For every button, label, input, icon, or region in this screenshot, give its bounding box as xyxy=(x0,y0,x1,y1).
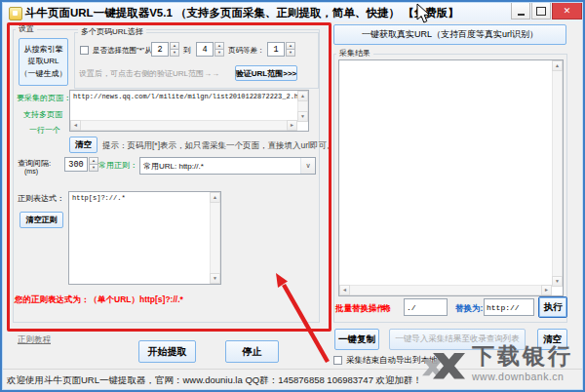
step-label: 页码等差： xyxy=(228,46,265,55)
import-results-button[interactable]: 一键导入采集结果至收录查询列表 xyxy=(389,329,526,350)
vertical-scrollbar[interactable] xyxy=(210,192,220,284)
vertical-scrollbar[interactable] xyxy=(552,60,563,287)
page-step-spinner: ▲ ▼ xyxy=(267,42,295,57)
status-bar: 欢迎使用斗牛页面URL一键提取器，官网：www.douniu.la QQ群：14… xyxy=(2,369,583,390)
preset-regex-select[interactable]: 常用URL: http://.* ∨ xyxy=(139,157,316,175)
preset-regex-label: 常用正则： xyxy=(98,161,137,171)
minimize-icon xyxy=(518,14,525,16)
pages-label-3: 一行一个 xyxy=(29,126,60,136)
copy-all-button[interactable]: 一键复制 xyxy=(334,329,379,350)
range-checkbox[interactable] xyxy=(80,46,89,55)
scroll-down-icon[interactable]: ▼ xyxy=(297,111,308,122)
page-step-input[interactable] xyxy=(267,42,285,57)
pages-hint: 提示：页码用[*]表示，如只需采集一个页面，直接填入url即可。 xyxy=(102,140,334,150)
maximize-icon xyxy=(536,7,546,16)
scroll-right-icon[interactable]: ► xyxy=(287,120,297,131)
start-extract-button[interactable]: 开始提取 xyxy=(138,340,196,363)
window-title: 斗牛页面URL一键提取器V5.1 （支持多页面采集、正则提取，简单、快捷） 【免… xyxy=(25,6,459,20)
spin-down-icon[interactable]: ▼ xyxy=(214,49,224,57)
close-button[interactable]: ✕ xyxy=(552,2,582,20)
settings-group-label: 设置 xyxy=(16,23,37,34)
page-to-spinner: ▲ ▼ xyxy=(196,42,224,57)
interval-input[interactable] xyxy=(64,157,88,172)
regex-tutorial-link[interactable]: 正则教程 xyxy=(18,334,51,344)
page-range-group-label: 多个页码URL选择 xyxy=(78,26,146,37)
combo-arrow-icon[interactable]: ∨ xyxy=(300,158,315,174)
scroll-left-icon[interactable]: ◄ xyxy=(339,285,350,295)
interval-unit-label: (ms) xyxy=(24,168,38,176)
replace-to-label: 替换为: xyxy=(455,303,483,313)
pages-label-2: 支持多页面 xyxy=(23,110,62,120)
get-real-url-button[interactable]: 一键获取真实URL（支持百度等真实url识别） xyxy=(333,24,566,45)
verify-hint: 设置后，可点击右侧的验证URL范围→→ xyxy=(79,69,219,79)
maximize-button[interactable] xyxy=(531,2,551,20)
replace-from-label: 将 xyxy=(382,303,391,313)
pages-label: 要采集的页面： xyxy=(17,94,71,103)
replace-to-input[interactable] xyxy=(484,298,534,316)
results-group-label: 采集结果 xyxy=(336,48,373,59)
scroll-up-icon[interactable]: ▲ xyxy=(297,91,308,101)
replace-from-input[interactable] xyxy=(404,298,448,316)
title-bar: 斗牛页面URL一键提取器V5.1 （支持多页面采集、正则提取，简单、快捷） 【免… xyxy=(2,2,583,21)
interval-spinner: ▲ ▼ xyxy=(64,157,98,172)
extract-from-search-engine-button[interactable]: 从搜索引擎 提取URL （一键生成） xyxy=(19,38,68,86)
clear-results-button[interactable]: 清空 xyxy=(537,329,567,350)
verify-url-range-button[interactable]: 验证URL范围>>> xyxy=(235,65,297,81)
search-engine-button-line2: 提取URL xyxy=(27,56,58,67)
page-from-input[interactable] xyxy=(151,42,169,57)
execute-button[interactable]: 执行 xyxy=(538,296,567,318)
pages-url-input[interactable]: http://news.qq.com/l/milite/milgn/list20… xyxy=(69,90,309,132)
clear-pages-button[interactable]: 清空 xyxy=(69,137,98,153)
range-checkbox-label: 是否选择范围"*"从 xyxy=(93,46,152,55)
page-from-spinner: ▲ ▼ xyxy=(151,42,179,57)
regex-input[interactable]: http[s]?://.* ▲ ▼ xyxy=(68,191,221,285)
spin-down-icon[interactable]: ▼ xyxy=(89,164,98,172)
search-engine-button-line1: 从搜索引擎 xyxy=(24,44,63,56)
regex-label: 正则表达式： xyxy=(18,194,64,204)
regex-value: http[s]?://.* xyxy=(72,194,126,202)
preset-regex-value: 常用URL: http://.* xyxy=(140,161,300,172)
status-text: 欢迎使用斗牛页面URL一键提取器，官网：www.douniu.la QQ群：14… xyxy=(7,374,422,387)
scroll-down-icon[interactable]: ▼ xyxy=(552,276,563,287)
scroll-up-icon[interactable]: ▲ xyxy=(552,60,563,71)
page-to-input[interactable] xyxy=(196,42,214,57)
horizontal-scrollbar[interactable] xyxy=(339,285,552,295)
auto-export-checkbox[interactable] xyxy=(333,356,342,365)
clear-regex-button[interactable]: 清空正则 xyxy=(20,212,63,228)
search-engine-button-line3: （一键生成） xyxy=(20,68,67,80)
scroll-down-icon[interactable]: ▼ xyxy=(210,273,220,284)
to-label: 到 xyxy=(183,46,191,55)
results-area[interactable]: ▲ ▼ ◄ ► xyxy=(338,59,564,296)
stop-button[interactable]: 停止 xyxy=(225,340,279,363)
spin-down-icon[interactable]: ▼ xyxy=(286,49,295,57)
spin-down-icon[interactable]: ▼ xyxy=(170,49,179,57)
horizontal-scrollbar[interactable] xyxy=(70,120,297,131)
pages-url-value: http://news.qq.com/l/milite/milgn/list20… xyxy=(73,93,306,100)
close-icon: ✕ xyxy=(564,6,571,16)
scroll-left-icon[interactable]: ◄ xyxy=(70,120,81,131)
app-window: 斗牛页面URL一键提取器V5.1 （支持多页面采集、正则提取，简单、快捷） 【免… xyxy=(0,0,585,392)
auto-export-label: 采集结束自动导出到本地 xyxy=(346,355,438,365)
app-icon[interactable] xyxy=(9,7,22,20)
scroll-up-icon[interactable]: ▲ xyxy=(210,192,220,203)
minimize-button[interactable] xyxy=(511,2,530,20)
regex-summary: 您的正则表达式为：（单个URL）http[s]?://.* xyxy=(15,294,183,304)
scroll-right-icon[interactable]: ► xyxy=(541,285,552,295)
